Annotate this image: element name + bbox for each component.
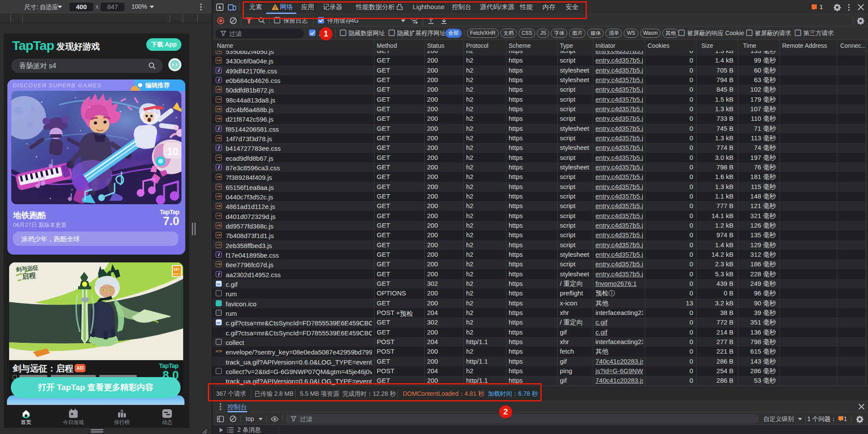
svg-text:10: 10 [167,146,178,157]
svg-text:16+: 16+ [173,267,180,272]
svg-text:适龄提示: 适龄提示 [173,273,181,276]
svg-text:启程: 启程 [21,271,36,280]
